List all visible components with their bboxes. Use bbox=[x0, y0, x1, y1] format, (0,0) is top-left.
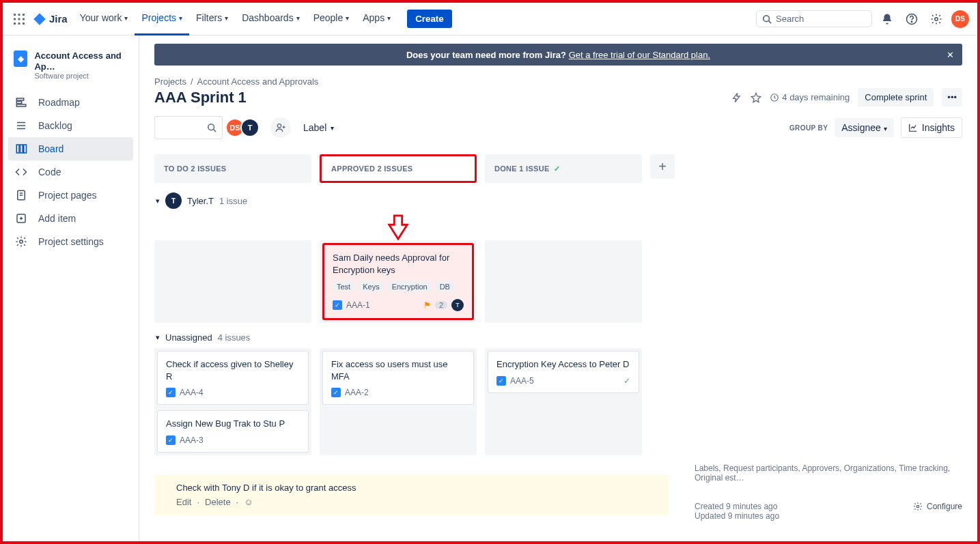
project-sidebar: ◆ Account Access and Ap… Software projec… bbox=[3, 35, 139, 541]
settings-icon bbox=[15, 235, 29, 248]
sidebar-item-project-settings[interactable]: Project settings bbox=[8, 230, 133, 253]
backlog-icon bbox=[15, 119, 29, 132]
issue-tag: Encryption bbox=[388, 281, 432, 292]
board-column[interactable]: Fix access so users must use MFA✓AAA-2 bbox=[320, 348, 477, 455]
column-header-to-do[interactable]: TO DO 2 ISSUES bbox=[154, 154, 311, 183]
board-column[interactable]: Encryption Key Access to Peter D✓AAA-5✓ bbox=[485, 348, 642, 455]
nav-item-apps[interactable]: Apps▾ bbox=[356, 3, 397, 35]
svg-rect-2 bbox=[23, 14, 25, 16]
sidebar-item-add-item[interactable]: Add item bbox=[8, 207, 133, 230]
board-column[interactable]: Check if access given to Shelley R✓AAA-4… bbox=[154, 348, 311, 455]
issue-card[interactable]: Fix access so users must use MFA✓AAA-2 bbox=[322, 351, 474, 405]
star-icon[interactable] bbox=[751, 92, 761, 103]
issue-title: Encryption Key Access to Peter D bbox=[496, 358, 630, 371]
svg-rect-16 bbox=[16, 104, 26, 106]
activity-edit[interactable]: Edit bbox=[176, 497, 191, 507]
breadcrumb-projects[interactable]: Projects bbox=[154, 76, 186, 87]
svg-point-13 bbox=[935, 17, 938, 20]
avatar-t[interactable]: T bbox=[240, 118, 260, 137]
sidebar-item-roadmap[interactable]: Roadmap bbox=[8, 91, 133, 114]
swimlane-header[interactable]: ▾TTyler.T 1 issue bbox=[156, 192, 962, 209]
app-switcher-icon[interactable] bbox=[11, 11, 27, 27]
board-column[interactable]: Sam Daily needs Approval for Encryption … bbox=[320, 240, 477, 323]
add-people-button[interactable] bbox=[270, 117, 291, 138]
issue-tag: Test bbox=[333, 281, 354, 292]
nav-item-people[interactable]: People▾ bbox=[307, 3, 356, 35]
sidebar-item-backlog[interactable]: Backlog bbox=[8, 114, 133, 137]
issue-card[interactable]: Check if access given to Shelley R✓AAA-4 bbox=[157, 351, 309, 405]
swimlane-header[interactable]: ▾Unassigned 4 issues bbox=[156, 332, 962, 343]
page-title: AAA Sprint 1 bbox=[154, 89, 247, 106]
insights-button[interactable]: Insights bbox=[901, 117, 962, 138]
help-icon[interactable] bbox=[902, 10, 921, 29]
activity-text: Check with Tony D if it is okay to grant… bbox=[176, 483, 647, 493]
more-actions-button[interactable]: ••• bbox=[942, 88, 962, 106]
sidebar-item-project-pages[interactable]: Project pages bbox=[8, 184, 133, 207]
complete-sprint-button[interactable]: Complete sprint bbox=[858, 88, 934, 106]
sidebar-item-code[interactable]: Code bbox=[8, 160, 133, 184]
settings-icon[interactable] bbox=[927, 10, 946, 29]
smiley-icon[interactable]: ☺ bbox=[244, 497, 253, 507]
configure-button[interactable]: Configure bbox=[913, 502, 962, 511]
column-header-done[interactable]: DONE 1 ISSUE ✓ bbox=[485, 154, 642, 183]
issue-card[interactable]: Sam Daily needs Approval for Encryption … bbox=[322, 243, 474, 320]
chevron-down-icon: ▾ bbox=[346, 14, 349, 22]
chevron-down-icon: ▾ bbox=[124, 14, 128, 22]
board: TO DO 2 ISSUESAPPROVED 2 ISSUESDONE 1 IS… bbox=[154, 154, 962, 455]
top-nav: Jira Your work▾Projects▾Filters▾Dashboar… bbox=[3, 3, 977, 35]
nav-item-projects[interactable]: Projects▾ bbox=[135, 3, 189, 35]
project-avatar-icon: ◆ bbox=[14, 51, 27, 67]
sidebar-item-board[interactable]: Board bbox=[8, 137, 133, 160]
meta-fields-list: Labels, Request participants, Approvers,… bbox=[695, 463, 962, 483]
board-search[interactable] bbox=[154, 116, 223, 139]
search-placeholder: Search bbox=[776, 14, 804, 24]
issue-tag: Keys bbox=[359, 281, 383, 292]
svg-point-34 bbox=[916, 505, 919, 508]
updated-text: Updated 9 minutes ago bbox=[695, 511, 779, 521]
issue-title: Sam Daily needs Approval for Encryption … bbox=[333, 252, 464, 276]
issue-key: AAA-2 bbox=[345, 388, 369, 397]
time-remaining: 4 days remaining bbox=[770, 92, 850, 102]
svg-rect-22 bbox=[24, 145, 27, 153]
group-by-label: GROUP BY bbox=[789, 124, 828, 132]
code-icon bbox=[15, 166, 29, 178]
banner-link[interactable]: Get a free trial of our Standard plan. bbox=[569, 50, 710, 60]
chevron-down-icon[interactable]: ▾ bbox=[156, 197, 160, 205]
done-icon: ✓ bbox=[624, 376, 630, 386]
issue-key: AAA-5 bbox=[510, 376, 534, 386]
add-column-button[interactable]: + bbox=[650, 154, 675, 179]
side-panel-meta: Labels, Request participants, Approvers,… bbox=[682, 455, 962, 521]
notifications-icon[interactable] bbox=[878, 10, 897, 29]
svg-rect-15 bbox=[16, 102, 22, 104]
issue-key: AAA-3 bbox=[180, 435, 204, 445]
task-type-icon: ✓ bbox=[166, 435, 176, 445]
close-icon[interactable]: ✕ bbox=[947, 50, 954, 60]
automation-icon[interactable] bbox=[731, 92, 742, 103]
issue-card[interactable]: Encryption Key Access to Peter D✓AAA-5✓ bbox=[488, 351, 639, 393]
nav-item-filters[interactable]: Filters▾ bbox=[189, 3, 235, 35]
nav-item-dashboards[interactable]: Dashboards▾ bbox=[235, 3, 307, 35]
issue-title: Fix access so users must use MFA bbox=[331, 358, 465, 382]
chevron-down-icon: ▾ bbox=[225, 14, 228, 22]
chevron-down-icon[interactable]: ▾ bbox=[156, 333, 160, 342]
add-icon bbox=[15, 212, 29, 225]
board-column[interactable] bbox=[485, 240, 642, 323]
jira-logo[interactable]: Jira bbox=[29, 12, 72, 26]
assignee-avatar: T bbox=[451, 299, 464, 311]
board-column[interactable] bbox=[154, 240, 311, 323]
create-button[interactable]: Create bbox=[407, 10, 452, 28]
group-by-select[interactable]: Assignee ▾ bbox=[835, 118, 893, 137]
activity-delete[interactable]: Delete bbox=[205, 497, 231, 507]
svg-rect-5 bbox=[23, 18, 25, 20]
user-avatar[interactable]: DS bbox=[951, 10, 969, 28]
nav-item-your-work[interactable]: Your work▾ bbox=[73, 3, 135, 35]
svg-rect-1 bbox=[18, 14, 20, 16]
column-header-approved[interactable]: APPROVED 2 ISSUES bbox=[320, 154, 477, 183]
activity-note: Check with Tony D if it is okay to grant… bbox=[154, 474, 669, 515]
global-search[interactable]: Search bbox=[756, 10, 872, 27]
label-filter[interactable]: Label▾ bbox=[298, 119, 339, 136]
issue-card[interactable]: Assign New Bug Trak to Stu P✓AAA-3 bbox=[157, 410, 309, 453]
project-header[interactable]: ◆ Account Access and Ap… Software projec… bbox=[8, 48, 133, 89]
breadcrumb-project[interactable]: Account Access and Approvals bbox=[197, 76, 319, 87]
chevron-down-icon: ▾ bbox=[884, 125, 887, 132]
